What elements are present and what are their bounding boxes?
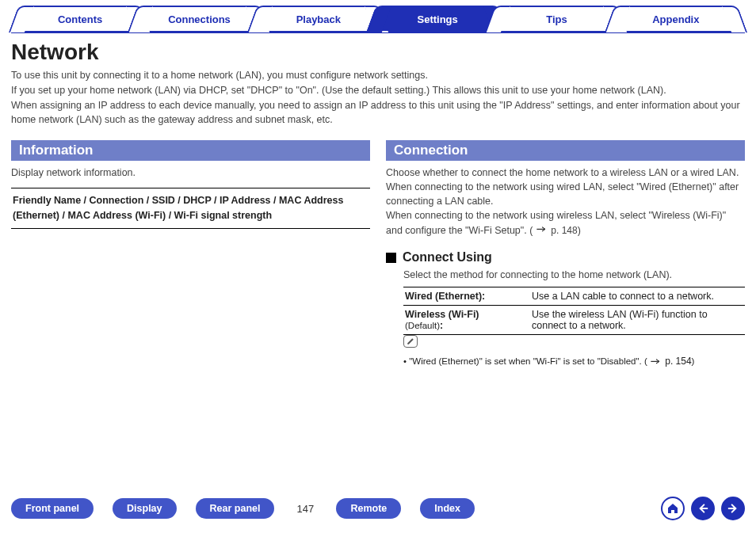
intro-text: To use this unit by connecting it to a h… — [11, 68, 745, 128]
reference-icon — [536, 223, 548, 238]
front-panel-button[interactable]: Front panel — [11, 498, 94, 519]
default-tag: (Default) — [405, 321, 440, 330]
page-number: 147 — [293, 503, 317, 515]
option-label: Wireless (Wi-Fi) (Default): — [403, 306, 530, 335]
top-tabs: Contents Connections Playback Settings T… — [11, 0, 745, 33]
page-reference-link[interactable]: p. 148 — [551, 225, 577, 236]
connection-p1: Choose whether to connect the home netwo… — [386, 166, 745, 180]
intro-line: If you set up your home network (LAN) vi… — [11, 83, 745, 98]
information-parameters: Friendly Name / Connection / SSID / DHCP… — [11, 188, 370, 229]
option-desc: Use the wireless LAN (Wi-Fi) function to… — [530, 306, 745, 335]
note-icon — [403, 335, 418, 348]
bottom-nav: Front panel Display Rear panel 147 Remot… — [11, 497, 745, 520]
rear-panel-button[interactable]: Rear panel — [196, 498, 275, 519]
page-title: Network — [11, 40, 745, 65]
tab-label: Contents — [58, 13, 102, 25]
remote-button[interactable]: Remote — [336, 498, 401, 519]
tab-connections[interactable]: Connections — [139, 6, 259, 31]
tab-label: Tips — [546, 13, 567, 25]
nav-icon-group — [661, 497, 745, 520]
subheading-connect-using: Connect Using — [386, 250, 745, 265]
intro-line: To use this unit by connecting it to a h… — [11, 68, 745, 83]
option-desc: Use a LAN cable to connect to a network. — [530, 287, 745, 306]
section-heading-connection: Connection — [386, 140, 745, 161]
table-row: Wired (Ethernet): Use a LAN cable to con… — [403, 287, 745, 306]
home-button[interactable] — [661, 497, 685, 520]
tab-label: Settings — [418, 13, 458, 25]
connect-using-table: Wired (Ethernet): Use a LAN cable to con… — [403, 287, 745, 335]
tab-tips[interactable]: Tips — [496, 6, 617, 31]
index-button[interactable]: Index — [420, 498, 475, 519]
subheading-label: Connect Using — [403, 250, 492, 265]
tab-label: Playback — [296, 13, 341, 25]
page-reference-link[interactable]: p. 154 — [665, 356, 691, 367]
connect-using-desc: Select the method for connecting to the … — [403, 268, 745, 282]
tab-contents[interactable]: Contents — [20, 6, 140, 31]
connection-p3: When connecting to the network using wir… — [386, 208, 745, 238]
section-heading-information: Information — [11, 140, 370, 161]
intro-line: When assigning an IP address to each dev… — [11, 98, 745, 128]
note-text: "Wired (Ethernet)" is set when "Wi-Fi" i… — [403, 356, 745, 367]
next-page-button[interactable] — [721, 497, 745, 520]
tab-settings[interactable]: Settings — [377, 6, 498, 31]
tab-appendix[interactable]: Appendix — [616, 6, 736, 31]
display-button[interactable]: Display — [113, 498, 176, 519]
information-desc: Display network information. — [11, 166, 370, 180]
right-column: Connection Choose whether to connect the… — [386, 140, 745, 367]
tab-playback[interactable]: Playback — [258, 6, 379, 31]
tab-label: Connections — [168, 13, 231, 25]
table-row: Wireless (Wi-Fi) (Default): Use the wire… — [403, 306, 745, 335]
connection-p2: When connecting to the network using wir… — [386, 180, 745, 208]
reference-icon — [650, 357, 662, 367]
connection-desc: Choose whether to connect the home netwo… — [386, 166, 745, 238]
prev-page-button[interactable] — [691, 497, 715, 520]
tab-label: Appendix — [652, 13, 699, 25]
left-column: Information Display network information.… — [11, 140, 370, 367]
option-label: Wired (Ethernet): — [403, 287, 530, 306]
